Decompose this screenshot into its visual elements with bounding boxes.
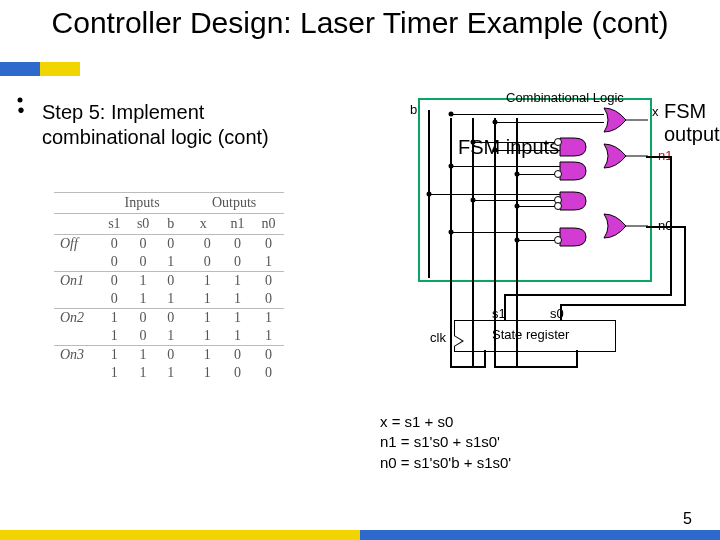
cell: 0	[129, 253, 158, 272]
cell: 0	[222, 364, 253, 382]
cell: 1	[100, 364, 129, 382]
cell: 0	[222, 346, 253, 365]
cell: 0	[253, 364, 284, 382]
row-state-label: On2	[54, 309, 100, 328]
cell: 1	[100, 346, 129, 365]
cell: 0	[253, 290, 284, 309]
cell: 0	[184, 253, 222, 272]
cell: 0	[157, 272, 184, 291]
bullet-dot: •	[18, 98, 23, 103]
wire-s1	[450, 118, 452, 368]
cell: 0	[253, 272, 284, 291]
cell: 0	[129, 309, 158, 328]
row-state-label	[54, 290, 100, 309]
cell: 1	[100, 327, 129, 346]
and-gate-2	[558, 160, 598, 186]
cell: 1	[184, 272, 222, 291]
cell: 1	[222, 290, 253, 309]
and-gate-3	[558, 190, 598, 216]
equations: x = s1 + s0 n1 = s1's0 + s1s0' n0 = s1's…	[380, 412, 511, 473]
cell: 0	[222, 253, 253, 272]
page-title: Controller Design: Laser Timer Example (…	[0, 6, 720, 40]
th-outputs: Outputs	[184, 193, 284, 214]
label-fsm-outputs: FSM outputs	[664, 100, 720, 146]
and-gate-1	[558, 136, 598, 162]
cell: 1	[184, 290, 222, 309]
eq-n1: n1 = s1's0 + s1s0'	[380, 432, 511, 452]
cell: 0	[129, 327, 158, 346]
cell: 1	[222, 272, 253, 291]
cell: 1	[253, 309, 284, 328]
cell: 1	[222, 309, 253, 328]
col-n1: n1	[222, 214, 253, 235]
or-gate-n1	[602, 142, 642, 168]
cell: 1	[129, 272, 158, 291]
row-state-label	[54, 253, 100, 272]
cell: 0	[100, 290, 129, 309]
cell: 0	[157, 309, 184, 328]
cell: 0	[100, 235, 129, 254]
cell: 1	[129, 364, 158, 382]
bullet-step5: • Step 5: Implement combinational logic …	[24, 100, 312, 150]
row-state-label	[54, 364, 100, 382]
cell: 0	[100, 272, 129, 291]
truth-table: Inputs Outputs s1 s0 b x n1 n0 Off000000…	[54, 192, 284, 382]
col-n0: n0	[253, 214, 284, 235]
cell: 1	[157, 253, 184, 272]
clk-triangle-icon	[454, 335, 464, 347]
eq-x: x = s1 + s0	[380, 412, 511, 432]
footer-stripe	[0, 530, 720, 540]
cell: 0	[222, 235, 253, 254]
cell: 0	[253, 235, 284, 254]
label-clk: clk	[430, 330, 446, 345]
cell: 0	[100, 253, 129, 272]
label-s1: s1	[492, 306, 506, 321]
cell: 0	[129, 235, 158, 254]
col-s1: s1	[100, 214, 129, 235]
row-state-label	[54, 327, 100, 346]
cell: 0	[184, 235, 222, 254]
cell: 1	[253, 327, 284, 346]
th-inputs: Inputs	[100, 193, 184, 214]
col-b: b	[157, 214, 184, 235]
cell: 1	[157, 290, 184, 309]
bullet-text: Step 5: Implement combinational logic (c…	[42, 100, 312, 150]
label-s0: s0	[550, 306, 564, 321]
or-gate-n0	[602, 212, 642, 238]
accent-stripe	[0, 62, 80, 76]
page-number: 5	[683, 510, 692, 528]
or-gate-x	[602, 106, 642, 132]
label-state-register: State register	[492, 327, 569, 342]
cell: 0	[157, 346, 184, 365]
cell: 1	[222, 327, 253, 346]
cell: 1	[184, 309, 222, 328]
cell: 1	[100, 309, 129, 328]
and-gate-4	[558, 226, 598, 252]
label-input-b: b	[410, 102, 417, 117]
cell: 1	[157, 364, 184, 382]
row-state-label: Off	[54, 235, 100, 254]
cell: 1	[184, 364, 222, 382]
row-state-label: On3	[54, 346, 100, 365]
label-comb-logic: Combinational Logic	[506, 90, 624, 105]
col-s0: s0	[129, 214, 158, 235]
cell: 1	[157, 327, 184, 346]
label-out-x: x	[652, 104, 659, 119]
cell: 1	[129, 290, 158, 309]
cell: 0	[253, 346, 284, 365]
cell: 0	[157, 235, 184, 254]
eq-n0: n0 = s1's0'b + s1s0'	[380, 453, 511, 473]
cell: 1	[129, 346, 158, 365]
col-x: x	[184, 214, 222, 235]
cell: 1	[184, 327, 222, 346]
cell: 1	[253, 253, 284, 272]
circuit-diagram: Combinational Logic b FSM inputs FSM out…	[380, 90, 720, 390]
row-state-label: On1	[54, 272, 100, 291]
cell: 1	[184, 346, 222, 365]
